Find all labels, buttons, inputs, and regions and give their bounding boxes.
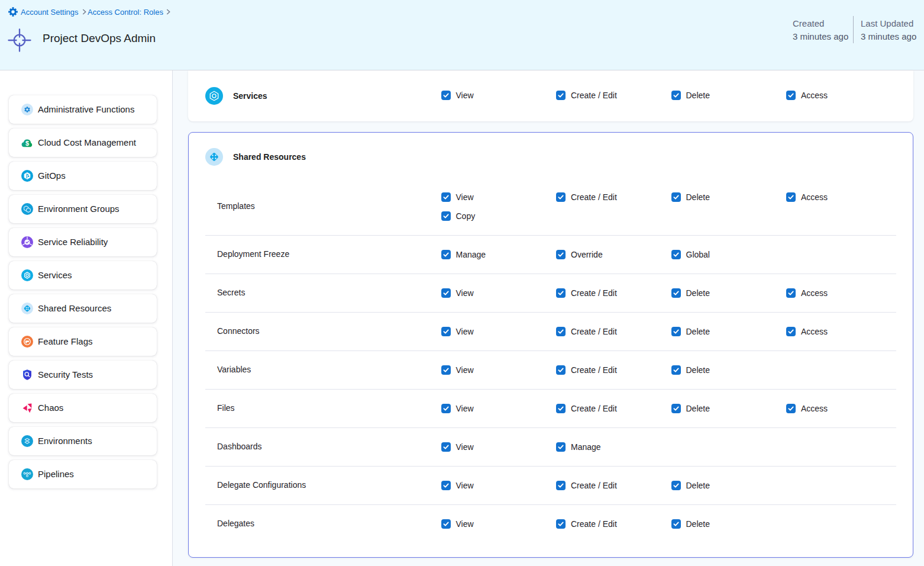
- svg-text:$: $: [25, 140, 29, 147]
